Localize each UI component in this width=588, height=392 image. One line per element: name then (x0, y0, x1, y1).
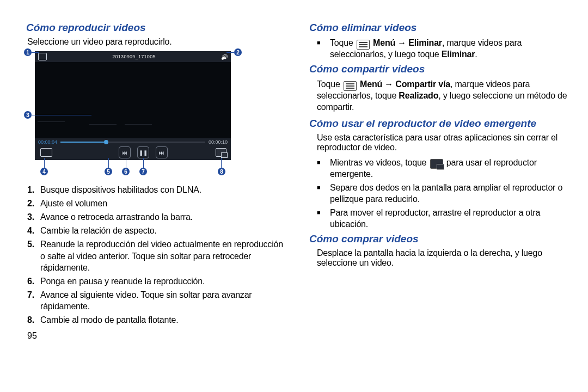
seek-bar[interactable] (60, 142, 205, 143)
callout-4: 4 (40, 168, 48, 175)
callout-1: 1 (24, 48, 32, 56)
heading-share: Cómo compartir videos (309, 63, 568, 75)
heading-delete: Cómo eliminar videos (309, 22, 568, 34)
steps-list: Busque dispositivos habilitados con DLNA… (27, 184, 285, 326)
time-total: 00:00:10 (209, 139, 228, 145)
step-item: Ponga en pausa y reanude la reproducción… (27, 275, 285, 287)
step-item: Cambie al modo de pantalla flotante. (27, 314, 285, 326)
step-item: Ajuste el volumen (27, 198, 285, 209)
callout-2: 2 (234, 48, 242, 56)
step-item: Reanude la reproducción del video actual… (27, 238, 285, 273)
buy-text: Desplace la pantalla hacia la izquierda … (317, 248, 568, 268)
heading-buy: Cómo comprar videos (309, 233, 568, 245)
step-item: Cambie la relación de aspecto. (27, 225, 285, 236)
step-item: Avance al siguiente video. Toque sin sol… (27, 289, 285, 312)
video-area[interactable] (35, 62, 231, 138)
volume-icon[interactable] (221, 54, 228, 60)
share-text: Toque Menú → Compartir vía, marque video… (317, 78, 568, 113)
page: Cómo reproducir videos Seleccione un vid… (0, 0, 588, 392)
popup-player-icon[interactable] (216, 148, 226, 157)
heading-play: Cómo reproducir videos (26, 22, 285, 34)
step-item: Avance o retroceda arrastrando la barra. (27, 211, 285, 223)
right-column: Cómo eliminar videos Toque Menú → Elimin… (303, 20, 568, 385)
step-item: Busque dispositivos habilitados con DLNA… (27, 184, 285, 195)
delete-bullet: Toque Menú → Eliminar, marque videos par… (317, 37, 568, 60)
popup-bullet-3: Para mover el reproductor, arrastre el r… (317, 207, 568, 230)
popup-intro: Use esta característica para usar otras … (317, 133, 568, 152)
popup-bullet-1: Mientras ve videos, toque para usar el r… (317, 157, 568, 180)
time-elapsed: 00:00:04 (38, 139, 57, 145)
callout-6: 6 (122, 168, 130, 175)
next-button[interactable]: ⏭ (156, 146, 168, 158)
menu-icon (344, 81, 357, 91)
intro-play: Seleccione un video para reproducirlo. (27, 37, 285, 47)
page-number: 95 (27, 331, 285, 341)
menu-icon (357, 40, 370, 50)
video-player-figure: 20130909_171005 00:00:04 00:00:10 ⏮ ❚❚ ⏭ (35, 51, 231, 160)
callout-3: 3 (24, 111, 32, 119)
pause-button[interactable]: ❚❚ (137, 146, 149, 158)
dlna-icon[interactable] (38, 53, 47, 60)
left-column: Cómo reproducir videos Seleccione un vid… (20, 20, 285, 385)
heading-popup: Cómo usar el reproductor de video emerge… (309, 118, 568, 130)
aspect-ratio-button[interactable] (40, 148, 52, 157)
popup-icon (430, 159, 443, 169)
prev-button[interactable]: ⏮ (119, 146, 131, 158)
callout-7: 7 (139, 168, 147, 175)
popup-bullet-2: Separe dos dedos en la pantalla para amp… (317, 182, 568, 205)
callout-5: 5 (105, 168, 112, 175)
video-filename: 20130909_171005 (112, 54, 156, 59)
callout-8: 8 (218, 168, 225, 175)
